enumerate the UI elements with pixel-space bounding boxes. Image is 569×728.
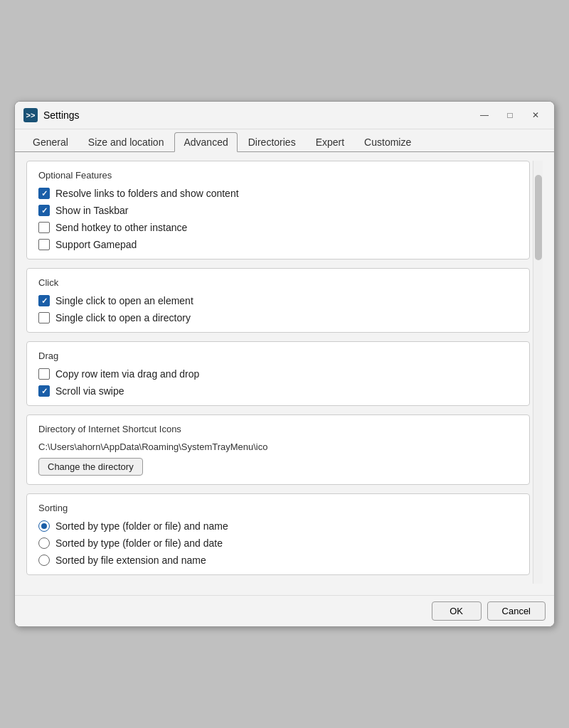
section-directory: Directory of Internet Shortcut Icons C:\… (26, 414, 530, 485)
option-copy-row-drag[interactable]: Copy row item via drag and drop (38, 368, 518, 380)
checkbox-resolve-links[interactable] (38, 188, 50, 199)
option-single-click-directory[interactable]: Single click to open a directory (38, 312, 518, 323)
scrollbar-thumb[interactable] (535, 175, 542, 260)
checkbox-send-hotkey[interactable] (38, 222, 50, 233)
section-title-click: Click (38, 277, 518, 288)
maximize-button[interactable]: □ (500, 107, 520, 123)
tab-directories[interactable]: Directories (239, 132, 305, 151)
option-sort-type-name[interactable]: Sorted by type (folder or file) and name (38, 520, 518, 532)
directory-path: C:\Users\ahorn\AppData\Roaming\SystemTra… (38, 441, 518, 452)
label-show-taskbar: Show in Taskbar (55, 205, 128, 216)
tab-size-location[interactable]: Size and location (79, 132, 174, 151)
section-title-sorting: Sorting (38, 503, 518, 513)
label-copy-row-drag: Copy row item via drag and drop (55, 368, 199, 380)
checkbox-support-gamepad[interactable] (38, 239, 50, 250)
checkbox-scroll-swipe[interactable] (38, 385, 50, 397)
window-controls: — □ ✕ (474, 107, 546, 123)
tab-expert[interactable]: Expert (307, 132, 353, 151)
ok-button[interactable]: OK (432, 601, 482, 621)
minimize-button[interactable]: — (474, 107, 494, 123)
close-button[interactable]: ✕ (526, 107, 546, 123)
option-scroll-swipe[interactable]: Scroll via swipe (38, 385, 518, 397)
checkbox-show-taskbar[interactable] (38, 205, 50, 216)
checkbox-copy-row-drag[interactable] (38, 368, 50, 380)
label-single-click-element: Single click to open an element (55, 295, 193, 306)
section-title-directory: Directory of Internet Shortcut Icons (38, 424, 518, 434)
section-drag: Drag Copy row item via drag and drop Scr… (26, 341, 530, 406)
option-send-hotkey[interactable]: Send hotkey to other instance (38, 222, 518, 233)
title-bar: >> Settings — □ ✕ (15, 102, 554, 129)
tabs-bar: General Size and location Advanced Direc… (15, 129, 554, 151)
section-title-optional: Optional Features (38, 170, 518, 181)
tab-customize[interactable]: Customize (355, 132, 420, 151)
tab-advanced[interactable]: Advanced (174, 132, 237, 152)
label-sort-type-date: Sorted by type (folder or file) and date (55, 537, 223, 549)
label-single-click-directory: Single click to open a directory (55, 312, 191, 323)
change-directory-button[interactable]: Change the directory (38, 458, 143, 476)
label-support-gamepad: Support Gamepad (55, 239, 137, 250)
label-sort-type-name: Sorted by type (folder or file) and name (55, 520, 228, 532)
section-sorting: Sorting Sorted by type (folder or file) … (26, 493, 530, 575)
label-scroll-swipe: Scroll via swipe (55, 385, 124, 397)
scroll-container: Optional Features Resolve links to folde… (26, 161, 543, 584)
app-icon: >> (23, 108, 38, 122)
section-title-drag: Drag (38, 350, 518, 361)
option-resolve-links[interactable]: Resolve links to folders and show conten… (38, 188, 518, 199)
radio-sort-extension-name[interactable] (38, 555, 50, 566)
option-sort-extension-name[interactable]: Sorted by file extension and name (38, 555, 518, 566)
content-area: Optional Features Resolve links to folde… (15, 151, 554, 595)
label-send-hotkey: Send hotkey to other instance (55, 222, 187, 233)
option-support-gamepad[interactable]: Support Gamepad (38, 239, 518, 250)
cancel-button[interactable]: Cancel (487, 601, 546, 621)
title-bar-left: >> Settings (23, 108, 80, 122)
label-resolve-links: Resolve links to folders and show conten… (55, 188, 239, 199)
tab-general[interactable]: General (23, 132, 78, 151)
option-single-click-element[interactable]: Single click to open an element (38, 295, 518, 306)
scrollbar[interactable] (533, 161, 543, 584)
option-show-taskbar[interactable]: Show in Taskbar (38, 205, 518, 216)
window-title: Settings (43, 109, 80, 121)
main-content: Optional Features Resolve links to folde… (26, 161, 533, 584)
section-click: Click Single click to open an element Si… (26, 268, 530, 333)
label-sort-extension-name: Sorted by file extension and name (55, 555, 206, 566)
option-sort-type-date[interactable]: Sorted by type (folder or file) and date (38, 537, 518, 549)
radio-sort-type-name[interactable] (38, 520, 50, 532)
checkbox-single-click-directory[interactable] (38, 312, 50, 323)
checkbox-single-click-element[interactable] (38, 295, 50, 306)
settings-window: >> Settings — □ ✕ General Size and locat… (14, 101, 555, 627)
footer-bar: OK Cancel (15, 595, 554, 626)
radio-sort-type-date[interactable] (38, 537, 50, 549)
section-optional-features: Optional Features Resolve links to folde… (26, 161, 530, 259)
